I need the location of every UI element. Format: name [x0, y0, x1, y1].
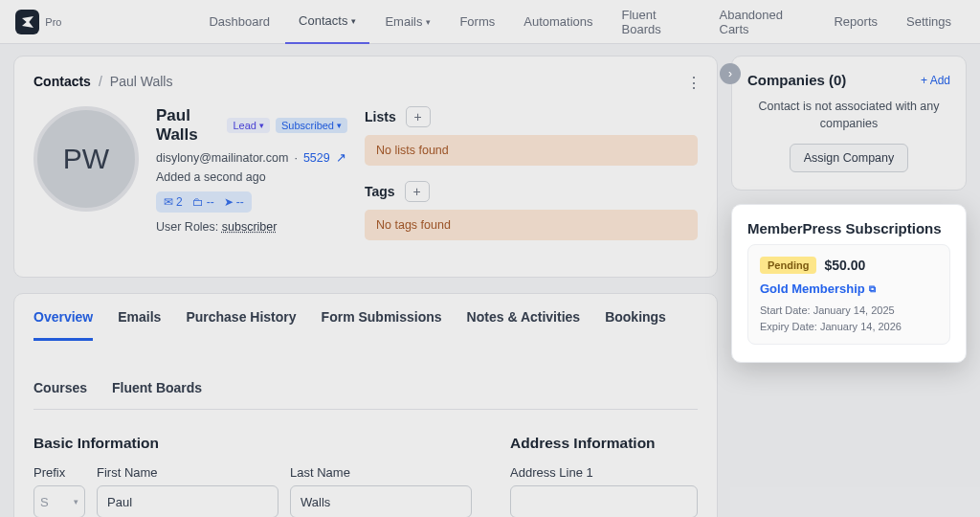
external-link-icon: ⧉	[869, 283, 876, 295]
nav-forms[interactable]: Forms	[446, 0, 508, 44]
add-company-link[interactable]: + Add	[921, 74, 950, 87]
tab-fluent-boards[interactable]: Fluent Boards	[112, 365, 202, 409]
add-tag-button[interactable]: +	[405, 181, 430, 202]
more-actions-button[interactable]: ⋮	[686, 74, 702, 92]
contact-id[interactable]: 5529	[303, 151, 330, 165]
address-info-title: Address Information	[510, 435, 698, 452]
external-link-icon[interactable]: ↗	[336, 150, 346, 165]
memberpress-title: MemberPress Subscriptions	[747, 220, 950, 236]
companies-title: Companies (0)	[747, 72, 846, 88]
subscription-price: $50.00	[824, 258, 865, 273]
chevron-down-icon: ▾	[426, 17, 431, 27]
breadcrumb-leaf: Paul Walls	[110, 74, 173, 89]
last-name-input[interactable]	[290, 485, 472, 517]
nav-contacts[interactable]: Contacts▾	[285, 0, 369, 44]
added-time: Added a second ago	[156, 170, 347, 184]
contact-header-card: ⋮ Contacts / Paul Walls PW Paul Walls Le…	[13, 56, 718, 278]
companies-panel: Companies (0) + Add Contact is not assoc…	[731, 56, 967, 191]
add-list-button[interactable]: +	[406, 106, 431, 127]
basic-info-title: Basic Information	[33, 435, 472, 452]
contact-tabs-card: Overview Emails Purchase History Form Su…	[13, 293, 718, 517]
tags-empty: No tags found	[365, 210, 698, 240]
assign-company-button[interactable]: Assign Company	[790, 144, 909, 172]
nav-dashboard[interactable]: Dashboard	[195, 0, 283, 44]
lists-label: Lists	[365, 109, 396, 124]
role-link[interactable]: subscriber	[222, 220, 278, 234]
tab-bookings[interactable]: Bookings	[605, 294, 666, 340]
first-name-input[interactable]	[97, 485, 278, 517]
contact-name: Paul Walls	[156, 106, 221, 145]
last-name-label: Last Name	[290, 465, 472, 480]
chevron-down-icon: ▾	[74, 497, 78, 506]
subscription-expiry: Expiry Date: January 14, 2026	[760, 319, 938, 335]
folder-icon: 🗀	[192, 195, 204, 209]
send-icon: ➤	[224, 195, 234, 209]
breadcrumb: Contacts / Paul Walls	[33, 74, 698, 89]
pro-badge: Pro	[45, 16, 61, 28]
nav-fluent-boards[interactable]: Fluent Boards	[609, 0, 704, 44]
nav-abandoned-carts[interactable]: Abandoned Carts	[706, 0, 819, 44]
nav-settings[interactable]: Settings	[893, 0, 965, 44]
tab-overview[interactable]: Overview	[33, 294, 93, 341]
nav-reports[interactable]: Reports	[820, 0, 891, 44]
contact-email: disylony@mailinator.com	[156, 151, 288, 165]
address1-label: Address Line 1	[510, 465, 698, 480]
roles-label: User Roles:	[156, 220, 218, 234]
lead-pill[interactable]: Lead▾	[227, 118, 269, 133]
subscribed-pill[interactable]: Subscribed▾	[276, 118, 347, 133]
nav-items: Dashboard Contacts▾ Emails▾ Forms Automa…	[195, 0, 965, 44]
first-name-label: First Name	[97, 465, 278, 480]
tab-purchase-history[interactable]: Purchase History	[186, 294, 296, 340]
engagement-stats[interactable]: ✉2 🗀-- ➤--	[156, 191, 252, 213]
avatar: PW	[33, 106, 139, 212]
mail-icon: ✉	[164, 195, 173, 209]
subscription-start: Start Date: January 14, 2025	[760, 303, 938, 319]
app-logo[interactable]	[15, 10, 39, 34]
prefix-select[interactable]: S▾	[33, 485, 85, 517]
contact-tabs: Overview Emails Purchase History Form Su…	[33, 294, 698, 410]
tab-courses[interactable]: Courses	[33, 365, 87, 409]
tab-notes[interactable]: Notes & Activities	[467, 294, 581, 340]
status-badge: Pending	[760, 257, 816, 274]
chevron-down-icon: ▾	[351, 16, 356, 26]
subscription-plan-link[interactable]: Gold Membership ⧉	[760, 281, 876, 296]
tab-form-submissions[interactable]: Form Submissions	[322, 294, 442, 340]
nav-automations[interactable]: Automations	[510, 0, 606, 44]
subscription-card: Pending $50.00 Gold Membership ⧉ Start D…	[747, 244, 950, 345]
nav-emails[interactable]: Emails▾	[371, 0, 444, 44]
address1-input[interactable]	[510, 485, 698, 517]
tab-emails[interactable]: Emails	[118, 294, 161, 340]
companies-empty: Contact is not associated with any compa…	[747, 98, 950, 132]
memberpress-panel: MemberPress Subscriptions Pending $50.00…	[731, 204, 967, 363]
prefix-label: Prefix	[33, 465, 85, 480]
lists-empty: No lists found	[365, 135, 698, 166]
breadcrumb-root[interactable]: Contacts	[33, 74, 91, 89]
collapse-sidebar-button[interactable]: ›	[720, 63, 741, 84]
tags-label: Tags	[365, 184, 395, 199]
top-nav: Pro Dashboard Contacts▾ Emails▾ Forms Au…	[0, 0, 980, 44]
